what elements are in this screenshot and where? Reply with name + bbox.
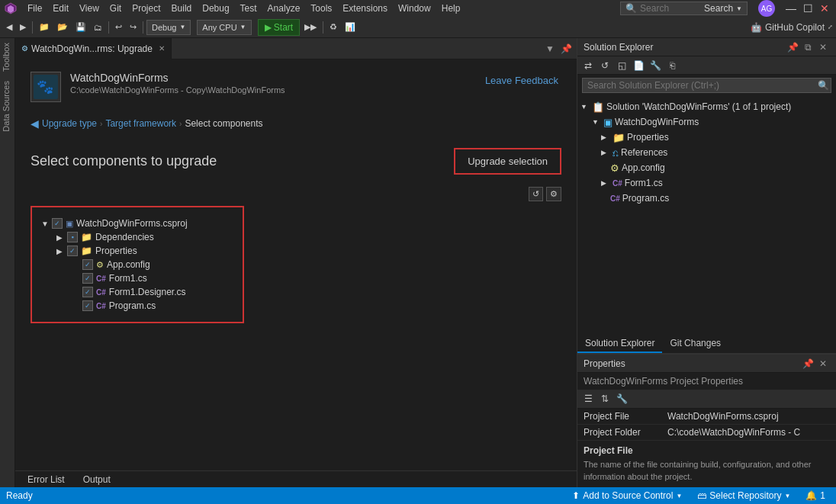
appconfig-checkbox[interactable] [82, 259, 93, 270]
tree-programcs[interactable]: ▶ C# Program.cs [72, 299, 233, 313]
menu-analyze[interactable]: Analyze [263, 2, 305, 15]
leave-feedback-link[interactable]: Leave Feedback [482, 72, 561, 89]
tree-appconfig[interactable]: ▶ ⚙ App.config [72, 258, 233, 271]
se-toolbar: ⇄ ↺ ◱ 📄 🔧 ⎗ [577, 56, 836, 75]
root-expand-icon[interactable]: ▼ [41, 220, 49, 228]
se-tab-git-changes[interactable]: Git Changes [662, 335, 728, 353]
se-preview-button[interactable]: ⎗ [664, 58, 680, 73]
hot-reload-button[interactable]: ♻ [326, 21, 340, 34]
error-list-tab[interactable]: Error List [21, 473, 71, 486]
maximize-button[interactable]: ☐ [799, 0, 816, 17]
dependencies-expand-icon[interactable]: ▶ [56, 233, 64, 242]
open-button[interactable]: 📂 [54, 21, 71, 34]
se-pin-button[interactable]: 📌 [786, 40, 799, 54]
select-repo-arrow: ▼ [784, 493, 790, 499]
se-show-all-files[interactable]: 📄 [631, 58, 646, 73]
notification-button[interactable]: 🔔 1 [801, 487, 830, 504]
tree-dependencies[interactable]: ▶ 📁 Dependencies [56, 230, 233, 244]
menu-test[interactable]: Test [236, 2, 262, 15]
menu-project[interactable]: Project [127, 2, 165, 15]
breadcrumb-upgrade-type[interactable]: Upgrade type [42, 118, 97, 129]
save-all-button[interactable]: 🗂 [91, 21, 105, 34]
se-project-item[interactable]: ▼ ▣ WatchDogWinForms [577, 114, 836, 130]
upgrade-tab-close[interactable]: ✕ [159, 44, 165, 53]
menu-build[interactable]: Build [167, 2, 197, 15]
programcs-checkbox[interactable] [82, 300, 93, 311]
undo-button[interactable]: ↩ [112, 21, 125, 34]
se-tab-solution-explorer[interactable]: Solution Explorer [577, 335, 662, 353]
se-references-item[interactable]: ▶ ⎌ References [577, 145, 836, 160]
form1designer-checkbox[interactable] [82, 287, 93, 297]
properties-expand-icon[interactable]: ▶ [56, 247, 64, 255]
github-copilot-button[interactable]: 🤖 GitHub Copilot ⤢ [751, 22, 833, 33]
solution-expand-icon: ▼ [580, 103, 590, 111]
pin-icon[interactable]: 📌 [559, 42, 574, 56]
tab-menu-dropdown[interactable]: ▼ [544, 42, 556, 56]
save-button[interactable]: 💾 [72, 21, 89, 34]
upgrade-selection-button[interactable]: Upgrade selection [454, 148, 561, 175]
menu-git[interactable]: Git [105, 2, 126, 15]
se-sync-button[interactable]: ⇄ [580, 58, 596, 73]
tree-root[interactable]: ▼ ▣ WatchDogWinForms.csproj [41, 217, 233, 230]
se-search-box[interactable]: 🔍 [582, 78, 831, 93]
select-repository-button[interactable]: 🗃 Select Repository ▼ [693, 487, 795, 504]
menu-debug[interactable]: Debug [198, 2, 233, 15]
new-project-button[interactable]: 📁 [36, 21, 53, 34]
user-avatar[interactable]: AG [758, 0, 775, 17]
se-programcs-item[interactable]: C# Program.cs [577, 191, 836, 206]
props-categorized-icon[interactable]: ☰ [580, 391, 596, 406]
back-button[interactable]: ◀ [3, 21, 15, 34]
appconfig-se-icon: ⚙ [610, 162, 619, 174]
toolbox-tab[interactable]: Toolbox [0, 38, 14, 76]
filter-button[interactable]: ⚙ [546, 187, 561, 201]
diagnostics-button[interactable]: 📊 [342, 21, 359, 34]
upgrade-tab[interactable]: ⚙ WatchDogWin...rms: Upgrade ✕ [15, 38, 172, 59]
se-appconfig-item[interactable]: ⚙ App.config [577, 160, 836, 175]
output-tab[interactable]: Output [77, 473, 117, 486]
breadcrumb-target-framework[interactable]: Target framework [105, 118, 176, 129]
se-properties-item[interactable]: ▶ 📁 Properties [577, 130, 836, 145]
menu-extensions[interactable]: Extensions [338, 2, 392, 15]
refresh-button[interactable]: ↺ [529, 187, 543, 201]
dependencies-checkbox[interactable] [67, 232, 78, 242]
platform-dropdown[interactable]: Any CPU ▼ [197, 20, 251, 35]
add-to-source-control-button[interactable]: ⬆ Add to Source Control ▼ [568, 487, 686, 504]
menu-window[interactable]: Window [394, 2, 436, 15]
se-close-button[interactable]: ✕ [816, 40, 830, 54]
form1designer-icon: C# [96, 288, 106, 297]
props-val-project-file: WatchDogWinForms.csproj [661, 409, 836, 424]
props-pin-button[interactable]: 📌 [801, 357, 815, 371]
search-input[interactable] [640, 3, 701, 14]
menu-search-box[interactable]: 🔍 Search ▼ [620, 2, 748, 15]
close-button[interactable]: ✕ [816, 0, 833, 17]
se-search-icon[interactable]: 🔍 [815, 78, 831, 93]
start-button[interactable]: ▶ Start [258, 19, 301, 36]
menu-tools[interactable]: Tools [306, 2, 336, 15]
props-close-button[interactable]: ✕ [816, 357, 830, 371]
menu-help[interactable]: Help [437, 2, 465, 15]
attach-button[interactable]: ▶▶ [301, 21, 320, 34]
se-search-input[interactable] [583, 80, 815, 91]
properties-checkbox[interactable] [67, 246, 78, 256]
data-sources-tab[interactable]: Data Sources [0, 76, 14, 136]
se-collapse-button[interactable]: ◱ [614, 58, 629, 73]
se-properties-button[interactable]: 🔧 [648, 58, 663, 73]
debug-config-dropdown[interactable]: Debug ▼ [146, 20, 191, 35]
root-checkbox[interactable] [52, 218, 63, 229]
menu-file[interactable]: File [23, 2, 47, 15]
menu-view[interactable]: View [75, 2, 104, 15]
form1cs-checkbox[interactable] [82, 273, 93, 284]
se-solution-item[interactable]: ▼ 📋 Solution 'WatchDogWinForms' (1 of 1 … [577, 99, 836, 114]
tree-form1designer[interactable]: ▶ C# Form1.Designer.cs [72, 285, 233, 299]
props-alpha-icon[interactable]: ⇅ [597, 391, 613, 406]
se-float-button[interactable]: ⧉ [801, 40, 815, 54]
tree-properties[interactable]: ▶ 📁 Properties [56, 244, 233, 258]
se-form1cs-item[interactable]: ▶ C# Form1.cs [577, 175, 836, 191]
se-refresh-button[interactable]: ↺ [597, 58, 613, 73]
props-wrench-icon[interactable]: 🔧 [614, 391, 629, 406]
minimize-button[interactable]: — [783, 0, 799, 17]
redo-button[interactable]: ↪ [127, 21, 140, 34]
forward-button[interactable]: ▶ [17, 21, 29, 34]
tree-form1cs[interactable]: ▶ C# Form1.cs [72, 271, 233, 285]
menu-edit[interactable]: Edit [48, 2, 73, 15]
